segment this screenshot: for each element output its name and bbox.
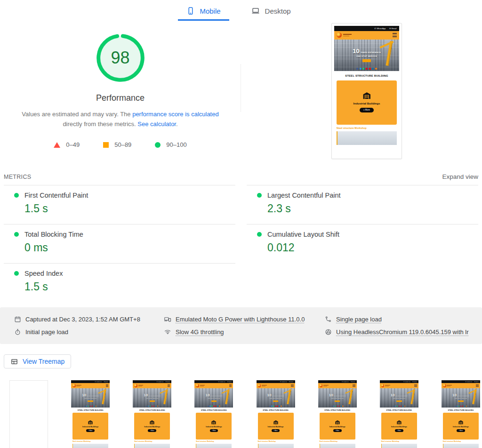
hero-number: 10 [353, 48, 360, 54]
card-title: Industrial Buildings [391, 426, 407, 428]
social-icons-row [194, 406, 233, 407]
legend-range: 0–49 [66, 141, 80, 148]
final-screenshot-thumbnail[interactable]: ✆WhatsApp ✉Email 10YEARS EXPERIENCE ONE … [331, 23, 402, 159]
topbar-label: Email [392, 27, 396, 30]
workshop-image [381, 444, 417, 448]
metric-value: 0.012 [247, 241, 478, 254]
legend-range: 90–100 [166, 141, 186, 148]
hero-line: ONE STOP SERVICE [84, 398, 96, 399]
metric-value: 1.5 s [4, 202, 235, 215]
workshop-link: Steel structure Workshop [134, 440, 170, 442]
card-more-button: » More [272, 429, 280, 432]
performance-score-gauge[interactable]: 98 [96, 33, 145, 83]
site-preview-page: ✆WhatsApp ✉Email 10YEARS EXPERIENCE ONE … [133, 380, 171, 448]
performance-score-link[interactable]: performance score is calculated [132, 111, 219, 118]
legend-item-fail: 0–49 [54, 141, 80, 148]
legend-triangle-icon [54, 142, 60, 148]
throttling-item[interactable]: Slow 4G throttling [164, 326, 325, 337]
initial-page-load-item: Initial page load [14, 326, 164, 337]
card-more-button: » More [86, 429, 95, 432]
email-icon: ✉ [166, 381, 167, 383]
preview-navbar [318, 383, 357, 388]
category-card: Industrial Buildings » More [381, 413, 417, 439]
view-treemap-button[interactable]: View Treemap [4, 354, 71, 368]
preview-heading: STEEL STRUCTURE BUILDING [334, 71, 399, 80]
whatsapp-icon: ✆ [95, 381, 96, 383]
expand-view-button[interactable]: Expand view [442, 173, 478, 180]
email-icon: ✉ [227, 381, 228, 383]
chromium-version-item[interactable]: Using HeadlessChromium 119.0.6045.159 wi… [325, 326, 482, 337]
filmstrip-frame: ✆WhatsApp ✉Email 10YEARS EXPERIENCE ONE … [442, 380, 480, 448]
metric-speed-index: Speed Index 1.5 s [4, 263, 235, 302]
workshop-image [196, 444, 232, 448]
legend-item-average: 50–89 [103, 141, 131, 148]
workshop-image [443, 444, 479, 448]
hero-subtitle: YEARS EXPERIENCE [210, 395, 222, 397]
social-icons-row [133, 406, 171, 407]
site-logo [72, 384, 76, 387]
disclaimer-text: Values are estimated and may vary. The p… [15, 109, 226, 129]
social-icons-row [257, 406, 295, 407]
workshop-link: Steel structure Workshop [320, 440, 355, 442]
single-page-load-item[interactable]: Single page load [325, 313, 482, 325]
metric-name: Cumulative Layout Shift [267, 231, 339, 238]
metric-pass-icon [14, 271, 19, 276]
site-logo-text [76, 385, 105, 386]
preview-heading: STEEL STRUCTURE BUILDING [380, 408, 418, 413]
calendar-icon [14, 316, 21, 323]
hero-button [362, 59, 371, 62]
legend-square-icon [103, 142, 109, 148]
site-preview-page: ✆WhatsApp ✉Email 10YEARS EXPERIENCE ONE … [334, 26, 399, 151]
legend-item-pass: 90–100 [155, 141, 186, 148]
site-logo-text [343, 34, 393, 36]
topbar-label: Email [414, 381, 417, 383]
email-icon: ✉ [474, 381, 475, 383]
site-logo-text [262, 385, 291, 386]
emulated-device-item[interactable]: Emulated Moto G Power with Lighthouse 11… [164, 313, 325, 325]
see-calculator-link[interactable]: See calculator [137, 120, 176, 128]
filmstrip-frame: ✆WhatsApp ✉Email 10YEARS EXPERIENCE ONE … [257, 380, 295, 448]
filmstrip: ✆WhatsApp ✉Email 10YEARS EXPERIENCE ONE … [0, 380, 482, 448]
card-more-button: » More [360, 108, 374, 112]
workshop-link: Steel structure Workshop [72, 440, 108, 442]
warehouse-icon [273, 420, 278, 424]
metric-total-blocking-time: Total Blocking Time 0 ms [4, 224, 235, 263]
email-icon: ✉ [389, 27, 391, 30]
card-title: Industrial Buildings [329, 426, 345, 428]
hero-subtitle: YEARS EXPERIENCE [457, 395, 469, 397]
hero-button [273, 400, 278, 402]
site-logo [381, 384, 385, 387]
stopwatch-icon [14, 328, 21, 336]
warehouse-icon [458, 420, 463, 424]
chrome-icon [325, 328, 332, 336]
hero-line: ONE STOP SERVICE [269, 398, 281, 399]
social-icons-row [318, 406, 357, 407]
site-preview-page: ✆WhatsApp ✉Email 10YEARS EXPERIENCE ONE … [380, 380, 418, 448]
category-card: Industrial Buildings » More [196, 413, 232, 439]
filmstrip-frame: ✆WhatsApp ✉Email 10YEARS EXPERIENCE ONE … [318, 380, 357, 448]
topbar-label: WhatsApp [96, 381, 102, 383]
whatsapp-icon: ✆ [218, 381, 219, 383]
hero-image: 10YEARS EXPERIENCE ONE STOP SERVICE [318, 388, 357, 407]
workshop-link: Steel structure Workshop [443, 440, 479, 442]
preview-heading: STEEL STRUCTURE BUILDING [442, 408, 480, 413]
menu-icon [476, 384, 479, 387]
preview-navbar [133, 383, 171, 388]
filmstrip-frame: ✆WhatsApp ✉Email 10YEARS EXPERIENCE ONE … [194, 380, 233, 448]
tab-desktop[interactable]: Desktop [242, 3, 299, 21]
preview-navbar [442, 383, 480, 388]
card-more-button: » More [333, 429, 342, 432]
site-preview-page: ✆WhatsApp ✉Email 10YEARS EXPERIENCE ONE … [71, 380, 110, 448]
workshop-image [72, 444, 108, 448]
treemap-icon [10, 358, 18, 365]
capture-info-bar: Captured at Dec 3, 2023, 1:52 AM GMT+8 I… [0, 307, 482, 344]
performance-label: Performance [0, 93, 241, 103]
email-icon: ✉ [351, 381, 352, 383]
hero-button [150, 400, 155, 402]
hero-button [335, 400, 340, 402]
card-title: Industrial Buildings [144, 426, 160, 428]
tab-label: Desktop [265, 7, 291, 15]
site-preview-page: ✆WhatsApp ✉Email 10YEARS EXPERIENCE ONE … [442, 380, 480, 448]
tab-mobile[interactable]: Mobile [178, 3, 229, 21]
site-logo-text [200, 385, 229, 386]
